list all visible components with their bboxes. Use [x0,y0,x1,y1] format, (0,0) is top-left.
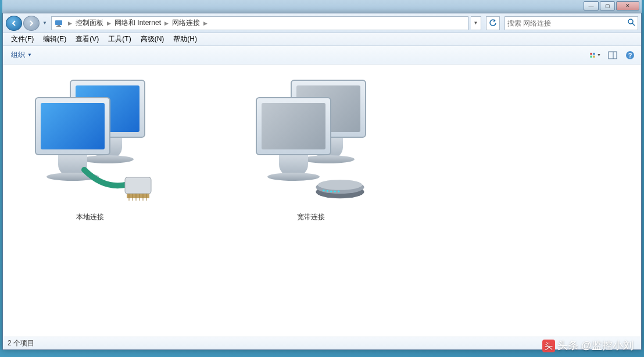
svg-point-23 [318,180,363,190]
menu-advanced[interactable]: 高级(N) [136,33,169,45]
address-bar: ▼ ▶ 控制面板 ▶ 网络和 Internet ▶ 网络连接 ▶ ▼ [3,13,641,33]
chevron-right-icon: ▶ [201,20,210,26]
menu-edit[interactable]: 编辑(E) [38,33,71,45]
maximize-button[interactable]: ▢ [600,1,615,10]
menu-bar: 文件(F) 编辑(E) 查看(V) 工具(T) 高级(N) 帮助(H) [3,33,641,46]
svg-rect-7 [590,55,592,57]
svg-rect-6 [593,52,595,54]
svg-point-25 [327,190,328,192]
chevron-down-icon: ▼ [597,53,601,57]
svg-point-27 [334,191,336,192]
breadcrumb-dropdown[interactable]: ▼ [471,16,481,30]
svg-rect-0 [55,20,62,25]
chevron-down-icon: ▼ [27,52,32,58]
arrow-right-icon [28,20,35,27]
menu-view[interactable]: 查看(V) [71,33,103,45]
broadband-connection-icon [244,74,378,208]
refresh-icon [489,19,497,27]
item-count: 2 个项目 [8,338,34,348]
preview-pane-button[interactable] [606,49,619,62]
svg-rect-1 [58,25,60,26]
close-button[interactable]: ✕ [616,1,639,10]
connection-label: 宽带连接 [297,212,325,222]
svg-point-3 [628,19,633,24]
toolbar: 组织 ▼ ▼ ? [3,46,641,65]
help-icon: ? [625,51,635,60]
chevron-right-icon: ▶ [162,20,171,26]
pane-icon [608,51,617,60]
breadcrumb-segment[interactable]: 网络和 Internet [113,18,162,28]
explorer-window: ▼ ▶ 控制面板 ▶ 网络和 Internet ▶ 网络连接 ▶ ▼ 文件(F)… [2,13,642,350]
menu-tools[interactable]: 工具(T) [103,33,135,45]
search-input[interactable] [507,19,627,27]
refresh-button[interactable] [486,16,500,30]
ethernet-cable-icon [81,167,157,208]
window-titlebar: — ▢ ✕ [2,0,642,14]
breadcrumb-segment[interactable]: 网络连接 [171,18,201,28]
svg-point-26 [330,191,332,192]
menu-help[interactable]: 帮助(H) [169,33,202,45]
svg-text:?: ? [628,52,632,59]
connection-item-broadband[interactable]: 宽带连接 [235,72,387,224]
chevron-right-icon: ▶ [66,20,74,26]
svg-rect-13 [125,177,151,194]
forward-button[interactable] [23,16,40,31]
connection-label: 本地连接 [76,212,104,222]
nav-history-dropdown[interactable]: ▼ [41,16,49,31]
network-folder-icon [54,19,63,28]
breadcrumb[interactable]: ▶ 控制面板 ▶ 网络和 Internet ▶ 网络连接 ▶ [51,16,468,30]
search-box[interactable] [505,16,638,30]
svg-rect-2 [56,26,61,27]
breadcrumb-segment[interactable]: 控制面板 [74,18,105,28]
ethernet-connection-icon [23,74,157,208]
help-button[interactable]: ? [624,49,636,62]
organize-label: 组织 [11,50,25,60]
view-icon [589,51,596,60]
modem-icon [308,176,372,199]
status-bar: 2 个项目 [3,337,641,349]
arrow-left-icon [10,20,17,27]
svg-point-28 [338,191,339,192]
svg-rect-9 [609,52,617,59]
chevron-right-icon: ▶ [105,20,113,26]
svg-point-24 [323,190,324,191]
svg-rect-8 [593,55,595,57]
content-area: 本地连接 宽带连接 [3,65,641,337]
svg-rect-14 [127,194,149,198]
search-icon[interactable] [627,18,635,28]
menu-file[interactable]: 文件(F) [6,33,38,45]
svg-rect-5 [590,52,592,54]
organize-button[interactable]: 组织 ▼ [8,48,35,62]
minimize-button[interactable]: — [584,1,599,10]
connection-item-local[interactable]: 本地连接 [15,72,166,224]
view-options-button[interactable]: ▼ [589,49,602,62]
back-button[interactable] [6,16,22,31]
svg-line-4 [632,23,635,26]
